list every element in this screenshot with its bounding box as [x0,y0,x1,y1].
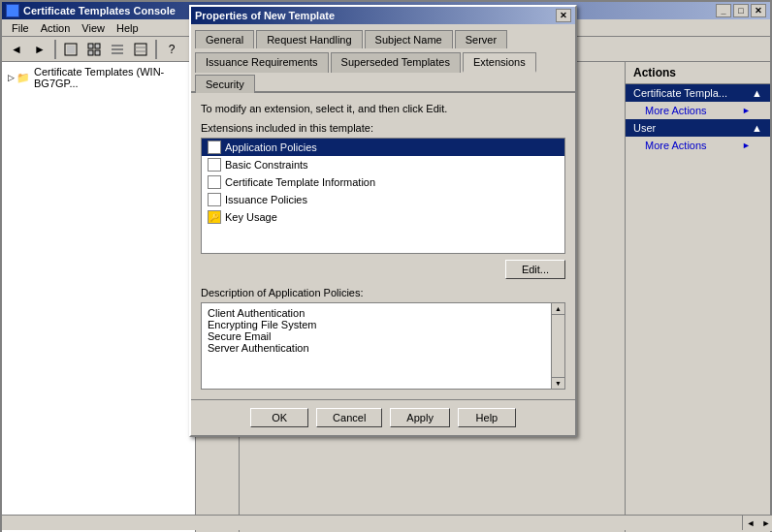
ext-icon-doc-2 [208,158,221,172]
scroll-down-button[interactable]: ▼ [552,377,564,389]
ext-icon-doc-4 [208,193,221,206]
modal-footer: OK Cancel Apply Help [191,399,575,435]
edit-button[interactable]: Edit... [505,260,565,279]
description-label: Description of Application Policies: [201,287,565,298]
help-button[interactable]: Help [458,408,516,427]
tab-bar-row2: Issuance Requirements Superseded Templat… [191,47,575,93]
extensions-description: To modify an extension, select it, and t… [201,103,565,114]
desc-line-4: Server Authentication [208,342,545,354]
desc-line-1: Client Authentication [208,307,545,319]
modal-body: To modify an extension, select it, and t… [191,93,575,399]
ext-icon-doc-1 [208,141,221,154]
tab-extensions[interactable]: Extensions [463,52,536,73]
modal-close-button[interactable]: ✕ [556,9,571,22]
modal-overlay: Properties of New Template ✕ General Req… [0,0,772,532]
scroll-track [552,315,564,377]
extension-item-app-policies[interactable]: Application Policies [202,139,564,156]
tab-bar-row1: General Request Handling Subject Name Se… [191,24,575,48]
tab-issuance-requirements[interactable]: Issuance Requirements [195,52,329,73]
description-content: Client Authentication Encrypting File Sy… [202,303,551,389]
tab-server[interactable]: Server [455,30,507,48]
tab-superseded-templates[interactable]: Superseded Templates [331,52,461,73]
description-box-container: Client Authentication Encrypting File Sy… [201,302,565,390]
edit-button-row: Edit... [201,260,565,279]
tab-security[interactable]: Security [195,75,255,93]
extensions-list-label: Extensions included in this template: [201,122,565,134]
extension-item-issuance-policies[interactable]: Issuance Policies [202,191,564,208]
ok-button[interactable]: OK [250,408,308,427]
desc-line-2: Encrypting File System [208,319,545,330]
cancel-button[interactable]: Cancel [316,408,382,427]
ext-icon-key-1: 🔑 [208,210,221,224]
scroll-up-button[interactable]: ▲ [552,303,564,315]
extension-item-cert-template-info[interactable]: Certificate Template Information [202,173,564,191]
tab-general[interactable]: General [195,30,254,48]
extensions-list: Application Policies Basic Constraints C… [201,138,565,254]
extension-item-basic-constraints[interactable]: Basic Constraints [202,156,564,173]
ext-icon-doc-3 [208,175,221,189]
tab-request-handling[interactable]: Request Handling [256,30,362,48]
properties-dialog: Properties of New Template ✕ General Req… [189,5,577,437]
modal-titlebar: Properties of New Template ✕ [191,7,575,24]
desc-line-3: Secure Email [208,330,545,342]
modal-title: Properties of New Template [195,10,335,21]
extension-item-key-usage[interactable]: 🔑 Key Usage [202,208,564,226]
apply-button[interactable]: Apply [390,408,450,427]
tab-subject-name[interactable]: Subject Name [365,30,453,48]
desc-scrollbar[interactable]: ▲ ▼ [551,303,564,389]
